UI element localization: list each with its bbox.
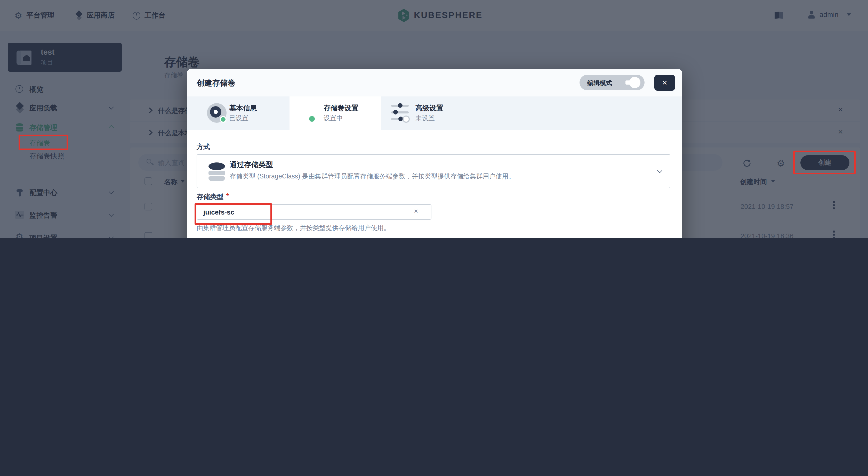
modal-close-button[interactable]: × — [654, 75, 675, 91]
storageclass-icon — [209, 163, 225, 181]
method-label: 方式 — [197, 142, 210, 151]
edit-mode-label: 编辑模式 — [587, 79, 612, 88]
modal-title: 创建存储卷 — [197, 78, 235, 88]
clear-input-icon[interactable]: × — [414, 207, 418, 214]
method-title: 通过存储类型 — [230, 160, 273, 170]
step-advanced-settings[interactable]: 高级设置 未设置 — [381, 96, 682, 130]
storage-class-label-text: 存储类型 — [197, 193, 223, 201]
annotation-box-sidebar-volumes — [19, 135, 68, 150]
step-basic-info[interactable]: 基本信息 已设置 — [187, 96, 289, 130]
storage-class-helper: 由集群管理员配置存储服务端参数，并按类型提供存储给用户使用。 — [197, 224, 390, 233]
annotation-box-storage-class-input — [194, 203, 272, 225]
modal-steps: 基本信息 已设置 存储卷设置 设置中 — [187, 96, 682, 130]
basic-info-step-icon — [207, 103, 226, 123]
modal-header: 创建存储卷 编辑模式 × — [187, 69, 682, 96]
method-desc: 存储类型 (StorageClass) 是由集群管理员配置存储服务端参数，并按类… — [230, 172, 515, 181]
edit-mode-toggle[interactable]: 编辑模式 — [580, 75, 645, 90]
storage-class-label: 存储类型* — [197, 192, 229, 202]
annotation-box-create-button — [793, 150, 856, 174]
chevron-down-icon — [657, 168, 662, 173]
method-select[interactable]: 通过存储类型 存储类型 (StorageClass) 是由集群管理员配置存储服务… — [197, 154, 670, 188]
step-title: 存储卷设置 — [323, 104, 359, 113]
close-icon: × — [662, 78, 667, 87]
required-asterisk: * — [226, 192, 229, 201]
step-volume-settings[interactable]: 存储卷设置 设置中 — [289, 96, 381, 130]
step-title: 高级设置 — [415, 104, 443, 113]
advanced-settings-step-icon — [391, 103, 411, 123]
step-status: 未设置 — [415, 114, 435, 123]
toggle-knob — [629, 77, 641, 88]
step-status: 已设置 — [229, 114, 248, 123]
step-title: 基本信息 — [229, 104, 257, 113]
step-status: 设置中 — [323, 114, 343, 123]
